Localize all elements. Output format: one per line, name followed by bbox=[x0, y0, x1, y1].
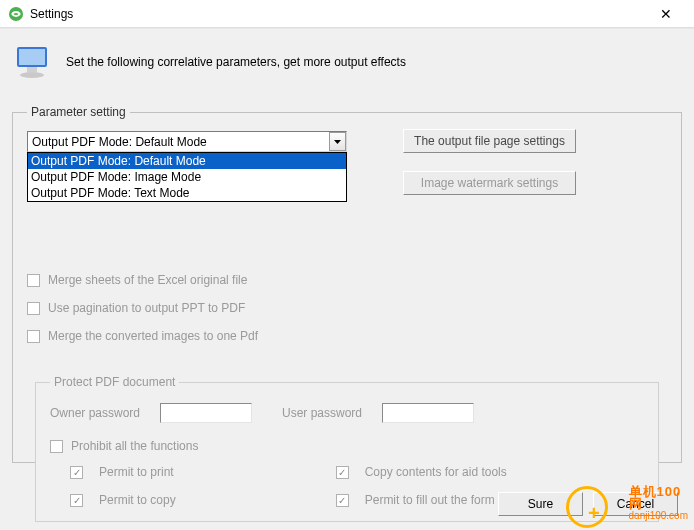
prohibit-checkbox[interactable] bbox=[50, 440, 63, 453]
output-mode-display[interactable]: Output PDF Mode: Default Mode bbox=[27, 131, 347, 152]
parameter-setting-group: Parameter setting Output PDF Mode: Defau… bbox=[12, 105, 682, 463]
permit-aid-label: Copy contents for aid tools bbox=[365, 465, 507, 479]
permit-copy-checkbox[interactable]: ✓ bbox=[70, 494, 83, 507]
parameter-setting-legend: Parameter setting bbox=[27, 105, 130, 119]
output-mode-option-image[interactable]: Output PDF Mode: Image Mode bbox=[28, 169, 346, 185]
pagination-row[interactable]: Use pagination to output PPT to PDF bbox=[27, 299, 667, 317]
output-mode-option-text[interactable]: Output PDF Mode: Text Mode bbox=[28, 185, 346, 201]
permit-form-checkbox[interactable]: ✓ bbox=[336, 494, 349, 507]
merge-images-checkbox[interactable] bbox=[27, 330, 40, 343]
merge-sheets-label: Merge sheets of the Excel original file bbox=[48, 273, 247, 287]
merge-sheets-row[interactable]: Merge sheets of the Excel original file bbox=[27, 271, 667, 289]
merge-sheets-checkbox[interactable] bbox=[27, 274, 40, 287]
merge-images-row[interactable]: Merge the converted images to one Pdf bbox=[27, 327, 667, 345]
svg-rect-2 bbox=[19, 49, 45, 65]
svg-point-0 bbox=[9, 7, 23, 21]
user-password-label: User password bbox=[282, 406, 372, 420]
pagination-label: Use pagination to output PPT to PDF bbox=[48, 301, 245, 315]
output-mode-option-default[interactable]: Output PDF Mode: Default Mode bbox=[28, 153, 346, 169]
permit-print-checkbox[interactable]: ✓ bbox=[70, 466, 83, 479]
protect-pdf-legend: Protect PDF document bbox=[50, 375, 179, 389]
app-icon bbox=[8, 6, 24, 22]
title-bar: Settings ✕ bbox=[0, 0, 694, 28]
permit-copy-label: Permit to copy bbox=[99, 493, 176, 507]
svg-rect-4 bbox=[27, 67, 37, 72]
permit-print-row[interactable]: ✓ Permit to print bbox=[70, 465, 176, 479]
permit-aid-checkbox[interactable]: ✓ bbox=[336, 466, 349, 479]
window-title: Settings bbox=[30, 7, 646, 21]
content-pane: Set the following correlative parameters… bbox=[0, 28, 694, 530]
watermark-line2: danji100.com bbox=[629, 510, 688, 522]
watermark-plus-icon: + bbox=[588, 502, 602, 516]
header-row: Set the following correlative parameters… bbox=[6, 33, 688, 87]
page-settings-button[interactable]: The output file page settings bbox=[403, 129, 576, 153]
dropdown-arrow-icon[interactable] bbox=[329, 132, 346, 151]
permit-aid-row[interactable]: ✓ Copy contents for aid tools bbox=[336, 465, 538, 479]
prohibit-label: Prohibit all the functions bbox=[71, 439, 198, 453]
user-password-input[interactable] bbox=[382, 403, 474, 423]
watermark-line1: 单机100网 bbox=[629, 486, 688, 510]
owner-password-label: Owner password bbox=[50, 406, 150, 420]
header-description: Set the following correlative parameters… bbox=[66, 55, 406, 69]
output-mode-list: Output PDF Mode: Default Mode Output PDF… bbox=[27, 152, 347, 202]
permit-print-label: Permit to print bbox=[99, 465, 174, 479]
watermark-settings-button[interactable]: Image watermark settings bbox=[403, 171, 576, 195]
prohibit-row[interactable]: Prohibit all the functions bbox=[50, 437, 644, 455]
owner-password-input[interactable] bbox=[160, 403, 252, 423]
monitor-icon bbox=[12, 40, 56, 84]
close-icon[interactable]: ✕ bbox=[646, 6, 686, 22]
permit-copy-row[interactable]: ✓ Permit to copy bbox=[70, 493, 176, 507]
merge-images-label: Merge the converted images to one Pdf bbox=[48, 329, 258, 343]
svg-point-3 bbox=[20, 72, 44, 78]
output-mode-combo[interactable]: Output PDF Mode: Default Mode Output PDF… bbox=[27, 131, 347, 152]
pagination-checkbox[interactable] bbox=[27, 302, 40, 315]
